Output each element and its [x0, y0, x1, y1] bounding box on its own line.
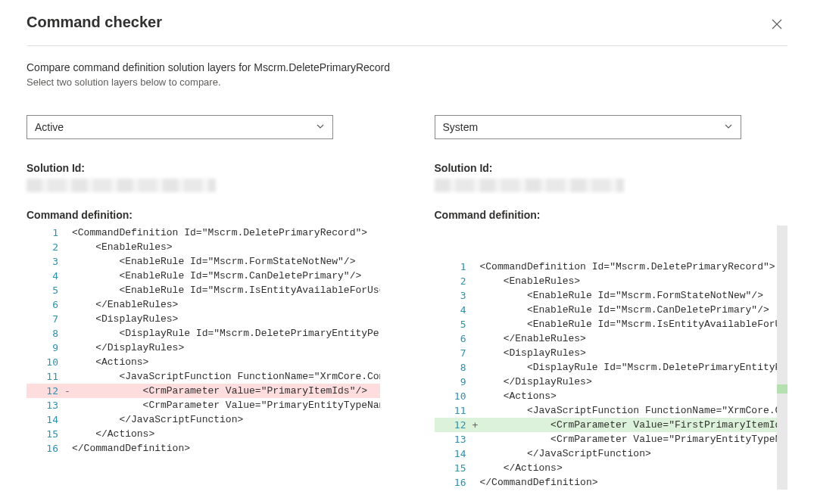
code-line: 3 <EnableRule Id="Mscrm.FormStateNotNew"…	[435, 288, 778, 303]
diff-marker	[64, 240, 72, 254]
line-number: 4	[435, 303, 472, 317]
line-text: <DisplayRule Id="Mscrm.DeletePrimaryEnti…	[72, 326, 380, 341]
compare-columns: Active Solution Id: Command definition: …	[27, 115, 787, 490]
description: Select two solution layers below to comp…	[27, 76, 787, 88]
left-code-pane[interactable]: 1<CommandDefinition Id="Mscrm.DeletePrim…	[27, 226, 380, 456]
line-number: 11	[435, 403, 472, 418]
line-number: 12	[27, 384, 64, 398]
diff-marker	[472, 389, 480, 403]
line-number: 7	[435, 346, 472, 360]
line-text: <Actions>	[72, 355, 380, 369]
code-line: 11 <JavaScriptFunction FunctionName="Xrm…	[435, 403, 778, 418]
diff-marker	[64, 427, 72, 441]
right-column: System Solution Id: Command definition: …	[435, 115, 788, 490]
line-number: 2	[27, 240, 64, 254]
code-line: 4 <EnableRule Id="Mscrm.CanDeletePrimary…	[435, 303, 778, 317]
diff-marker	[472, 288, 480, 303]
diff-marker	[472, 260, 480, 274]
line-number: 15	[27, 427, 64, 441]
chevron-down-icon	[316, 122, 325, 133]
diff-marker	[472, 317, 480, 331]
line-number: 10	[27, 355, 64, 369]
line-number: 14	[27, 412, 64, 427]
left-layer-dropdown[interactable]: Active	[27, 115, 333, 139]
diff-marker	[472, 446, 480, 461]
line-text: <CommandDefinition Id="Mscrm.DeletePrima…	[480, 260, 778, 274]
diff-marker	[64, 254, 72, 269]
solution-id-label: Solution Id:	[435, 162, 788, 174]
line-text: <EnableRules>	[72, 240, 380, 254]
diff-marker	[472, 475, 480, 490]
line-text: </Actions>	[72, 427, 380, 441]
line-number: 6	[435, 331, 472, 346]
subtitle: Compare command definition solution laye…	[27, 61, 787, 73]
line-text: </CommandDefinition>	[480, 475, 778, 490]
code-line: 9 </DisplayRules>	[435, 375, 778, 389]
line-number: 7	[27, 312, 64, 326]
diff-marker	[64, 412, 72, 427]
code-line: 14 </JavaScriptFunction>	[435, 446, 778, 461]
code-line: 13 <CrmParameter Value="PrimaryEntityTyp…	[435, 432, 778, 446]
line-number: 9	[435, 375, 472, 389]
line-text: </Actions>	[480, 461, 778, 475]
code-line: 2 <EnableRules>	[27, 240, 380, 254]
line-text: </EnableRules>	[480, 331, 778, 346]
close-icon[interactable]	[766, 14, 787, 35]
line-number: 16	[27, 441, 64, 456]
line-number: 10	[435, 389, 472, 403]
code-line: 6 </EnableRules>	[27, 297, 380, 312]
line-text: <CrmParameter Value="PrimaryItemIds"/>	[72, 384, 380, 398]
dialog-title: Command checker	[27, 14, 162, 31]
line-text: <JavaScriptFunction FunctionName="XrmCor…	[480, 403, 778, 418]
line-number: 3	[27, 254, 64, 269]
diff-marker	[64, 226, 72, 240]
line-text: <EnableRule Id="Mscrm.IsEntityAvailableF…	[480, 317, 778, 331]
line-text: <DisplayRules>	[72, 312, 380, 326]
command-checker-dialog: Command checker Compare command definiti…	[0, 0, 814, 504]
diff-marker	[64, 341, 72, 355]
line-number: 12	[435, 418, 472, 432]
code-line: 14 </JavaScriptFunction>	[27, 412, 380, 427]
line-text: <CrmParameter Value="FirstPrimaryItemId"…	[480, 418, 778, 432]
diff-marker	[64, 283, 72, 297]
diff-marker: -	[64, 384, 72, 398]
command-definition-label: Command definition:	[27, 209, 380, 221]
line-text: <Actions>	[480, 389, 778, 403]
diff-marker	[64, 297, 72, 312]
diff-marker	[472, 360, 480, 375]
line-text: </CommandDefinition>	[72, 441, 380, 456]
line-number: 4	[27, 269, 64, 283]
line-text: <EnableRule Id="Mscrm.IsEntityAvailableF…	[72, 283, 380, 297]
code-line: 8 <DisplayRule Id="Mscrm.DeletePrimaryEn…	[27, 326, 380, 341]
line-number: 5	[435, 317, 472, 331]
line-text: </JavaScriptFunction>	[480, 446, 778, 461]
line-number: 14	[435, 446, 472, 461]
code-line: 16</CommandDefinition>	[27, 441, 380, 456]
line-text: <EnableRule Id="Mscrm.FormStateNotNew"/>	[480, 288, 778, 303]
code-line: 1<CommandDefinition Id="Mscrm.DeletePrim…	[435, 260, 778, 274]
left-column: Active Solution Id: Command definition: …	[27, 115, 380, 490]
diff-marker	[472, 461, 480, 475]
diff-marker	[64, 312, 72, 326]
code-line: 8 <DisplayRule Id="Mscrm.DeletePrimaryEn…	[435, 360, 778, 375]
command-definition-label: Command definition:	[435, 209, 788, 221]
code-line: 11 <JavaScriptFunction FunctionName="Xrm…	[27, 369, 380, 384]
right-layer-value: System	[443, 121, 479, 133]
code-line: 5 <EnableRule Id="Mscrm.IsEntityAvailabl…	[27, 283, 380, 297]
line-text: <EnableRule Id="Mscrm.CanDeletePrimary"/…	[480, 303, 778, 317]
diff-marker	[64, 369, 72, 384]
right-layer-dropdown[interactable]: System	[435, 115, 741, 139]
chevron-down-icon	[724, 122, 733, 133]
left-layer-value: Active	[35, 121, 64, 133]
dialog-header: Command checker	[27, 14, 787, 46]
line-text: <DisplayRule Id="Mscrm.DeletePrimaryEnti…	[480, 360, 778, 375]
code-line: 1<CommandDefinition Id="Mscrm.DeletePrim…	[27, 226, 380, 240]
code-line: 16</CommandDefinition>	[435, 475, 778, 490]
code-line: 7 <DisplayRules>	[435, 346, 778, 360]
diff-marker	[472, 432, 480, 446]
right-code-pane[interactable]: 1<CommandDefinition Id="Mscrm.DeletePrim…	[435, 226, 788, 490]
diff-marker	[472, 403, 480, 418]
solution-id-label: Solution Id:	[27, 162, 380, 174]
code-line: 9 </DisplayRules>	[27, 341, 380, 355]
line-number: 1	[435, 260, 472, 274]
